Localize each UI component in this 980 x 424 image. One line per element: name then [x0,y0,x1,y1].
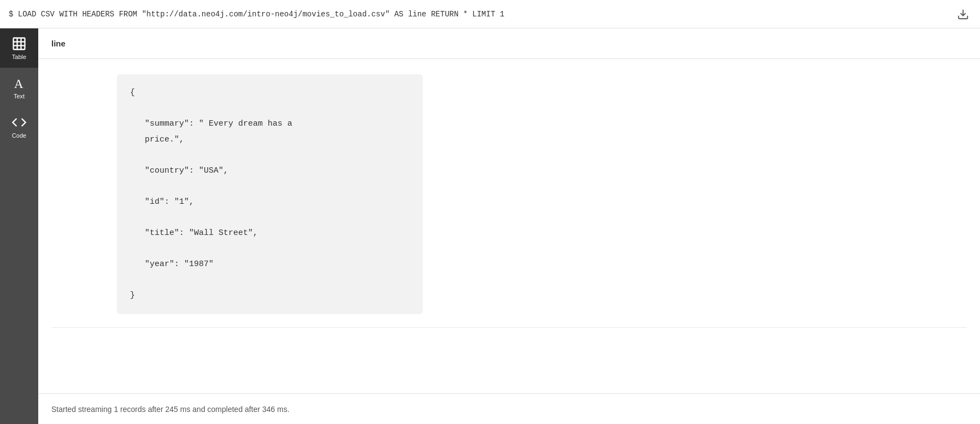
sidebar-item-text[interactable]: A Text [0,68,38,107]
query-bar: $ LOAD CSV WITH HEADERS FROM "http://dat… [0,0,980,28]
status-message: Started streaming 1 records after 245 ms… [51,405,290,414]
status-bar: Started streaming 1 records after 245 ms… [38,393,980,424]
download-button[interactable] [955,6,971,22]
table-body: { "summary": " Every dream has a price."… [38,59,980,393]
sidebar-item-table-label: Table [12,54,26,60]
code-icon [11,115,27,130]
svg-rect-1 [14,38,25,50]
sidebar-item-code[interactable]: Code [0,107,38,146]
table-row: { "summary": " Every dream has a price."… [51,68,967,328]
sidebar: Table A Text Code [0,28,38,424]
svg-text:A: A [14,76,23,91]
sidebar-item-text-label: Text [14,93,25,99]
column-header-line: line [51,39,66,48]
json-cell: { "summary": " Every dream has a price."… [117,74,423,314]
text-icon: A [11,75,27,91]
sidebar-item-code-label: Code [12,132,26,139]
sidebar-item-table[interactable]: Table [0,28,38,68]
table-header: line [38,28,980,59]
content-area: line { "summary": " Every dream has a pr… [38,28,980,424]
table-icon [11,36,27,51]
query-text: $ LOAD CSV WITH HEADERS FROM "http://dat… [9,10,955,19]
download-icon [957,8,969,20]
main-area: Table A Text Code line { [0,28,980,424]
json-content: { "summary": " Every dream has a price."… [130,85,410,303]
